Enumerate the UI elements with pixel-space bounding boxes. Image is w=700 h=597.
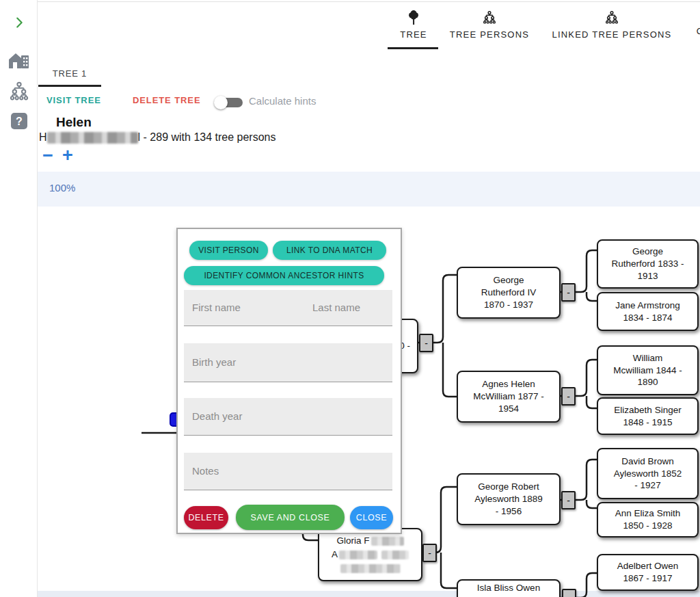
tab-tree-label: TREE xyxy=(400,29,427,40)
visit-tree-button[interactable]: VISIT TREE xyxy=(46,95,101,105)
tree-person-node[interactable]: Elizabeth Singer 1848 - 1915 xyxy=(597,397,699,435)
tab-tree-1[interactable]: TREE 1 xyxy=(38,60,101,86)
link-to-dna-match-button[interactable]: LINK TO DNA MATCH xyxy=(273,241,386,260)
tab-tree[interactable]: TREE xyxy=(389,10,438,51)
delete-tree-button[interactable]: DELETE TREE xyxy=(133,95,200,105)
tree-stats-prefix: H xyxy=(39,131,47,143)
tree-person-node[interactable]: Gloria F A xyxy=(318,528,422,581)
tree-person-node[interactable]: Adelbert Owen 1867 - 1917 xyxy=(597,554,699,591)
redacted-text-block xyxy=(371,537,404,546)
tree-stats-line: Hl - 289 with 134 tree persons xyxy=(39,131,275,144)
zoom-out-button[interactable]: − xyxy=(42,146,53,165)
delete-button[interactable]: DELETE xyxy=(184,506,228,529)
help-icon: ? xyxy=(10,112,28,130)
tree-person-node[interactable]: Isla Bliss Owen xyxy=(457,579,561,597)
name-fields-row: First name Last name xyxy=(184,290,392,326)
last-name-field[interactable]: Last name xyxy=(312,302,360,313)
redacted-text-block xyxy=(340,564,401,573)
collapse-node-button[interactable]: - xyxy=(561,387,576,406)
svg-text:?: ? xyxy=(16,116,23,127)
toggle-knob xyxy=(214,96,228,109)
chevron-right-icon xyxy=(12,15,27,30)
active-tab-underline xyxy=(388,47,438,49)
tree-person-node[interactable]: David Brown Aylesworth 1852 - 1927 xyxy=(597,448,699,499)
collapse-node-button[interactable]: - xyxy=(562,589,576,597)
redacted-text-block xyxy=(381,550,409,559)
tab-tree-persons-label: TREE PERSONS xyxy=(450,29,529,40)
collapse-node-button[interactable]: - xyxy=(561,283,576,302)
zoom-level-bar: 100% xyxy=(38,172,700,207)
tree-person-node[interactable]: William Mcwilliam 1844 - 1890 xyxy=(597,345,699,395)
collapse-node-button[interactable]: - xyxy=(419,334,433,352)
tree-owner-name: Helen xyxy=(56,115,92,130)
identify-common-ancestor-hints-button[interactable]: IDENTIFY COMMON ANCESTOR HINTS xyxy=(184,266,384,285)
tab-tree-1-label: TREE 1 xyxy=(53,68,87,79)
tab-cutoff[interactable]: C xyxy=(692,10,700,51)
tree-person-node[interactable]: George Rutherford 1833 - 1913 xyxy=(597,239,699,289)
first-name-field[interactable]: First name xyxy=(192,302,241,313)
calculate-hints-toggle[interactable] xyxy=(214,96,243,109)
family-tree-icon xyxy=(482,10,497,26)
redacted-text-block xyxy=(47,132,138,144)
tab-linked-tree-persons[interactable]: LINKED TREE PERSONS xyxy=(547,10,677,51)
collapse-node-button[interactable]: - xyxy=(422,544,437,562)
expand-sidebar-button[interactable] xyxy=(0,15,38,30)
notes-field[interactable]: Notes xyxy=(184,453,392,490)
tree-1-underline xyxy=(38,85,101,87)
edit-person-dialog: VISIT PERSON LINK TO DNA MATCH IDENTIFY … xyxy=(176,228,402,534)
family-tree-icon xyxy=(604,10,619,26)
tab-cutoff-label: C xyxy=(697,26,700,36)
tree-person-node[interactable]: George Robert Aylesworth 1889 - 1956 xyxy=(457,473,561,525)
tree-icon xyxy=(406,10,421,26)
calculate-hints-label: Calculate hints xyxy=(249,95,316,107)
sidebar-item-home[interactable] xyxy=(0,51,38,71)
tab-linked-tree-persons-label: LINKED TREE PERSONS xyxy=(552,29,672,40)
home-building-icon xyxy=(8,51,31,71)
close-button[interactable]: CLOSE xyxy=(350,506,393,529)
left-sidebar: ? xyxy=(0,0,38,597)
redacted-text-block xyxy=(339,550,377,559)
tree-person-node[interactable]: Ann Eliza Smith 1850 - 1928 xyxy=(597,502,699,538)
tree-person-node[interactable]: Jane Armstrong 1834 - 1874 xyxy=(597,292,699,331)
family-tree-icon xyxy=(8,79,30,104)
tree-person-node[interactable]: George Rutherford IV 1870 - 1937 xyxy=(457,267,561,319)
visit-person-button[interactable]: VISIT PERSON xyxy=(189,241,268,260)
top-divider xyxy=(0,1,700,2)
birth-year-field[interactable]: Birth year xyxy=(184,343,392,382)
collapse-node-button[interactable]: - xyxy=(561,491,576,509)
tree-person-node[interactable]: Agnes Helen McWilliam 1877 - 1954 xyxy=(457,371,561,423)
sidebar-item-trees[interactable] xyxy=(0,79,38,104)
save-and-close-button[interactable]: SAVE AND CLOSE xyxy=(236,505,345,530)
zoom-in-button[interactable]: + xyxy=(62,146,73,165)
tree-stats-suffix: l - 289 with 134 tree persons xyxy=(138,131,276,143)
sidebar-item-help[interactable]: ? xyxy=(0,112,38,130)
death-year-field[interactable]: Death year xyxy=(184,398,392,436)
zoom-level-value: 100% xyxy=(49,182,75,194)
tree-canvas[interactable]: 0 - George Rutherford IV 1870 - 1937 Geo… xyxy=(38,207,700,597)
tab-tree-persons[interactable]: TREE PERSONS xyxy=(448,10,530,51)
